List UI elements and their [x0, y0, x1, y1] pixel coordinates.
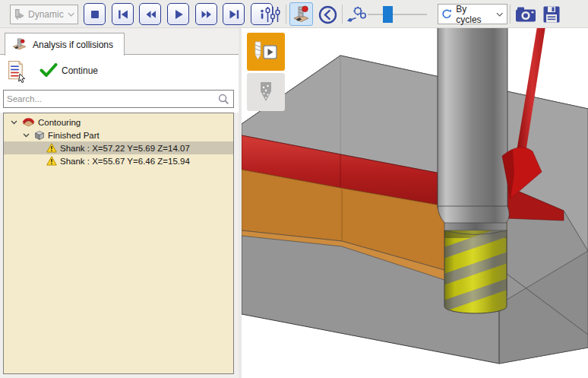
- skip-to-end-icon: [227, 8, 241, 21]
- search-icon[interactable]: [218, 94, 229, 105]
- collision-report-icon: [7, 60, 28, 83]
- chevron-expanded-icon[interactable]: [23, 133, 30, 138]
- tree-label: Finished Part: [48, 131, 100, 140]
- rewind-icon: [144, 8, 157, 21]
- cam-simulation-window: Dynamic: [0, 0, 588, 378]
- tree-row-collision-1[interactable]: Shank : X=57.22 Y=5.69 Z=14.07: [4, 141, 233, 154]
- fast-forward-icon: [200, 8, 213, 21]
- speed-slider[interactable]: [368, 6, 427, 23]
- tool-neck: [438, 206, 509, 224]
- speed-slider-track[interactable]: [368, 14, 427, 15]
- collision-coordinates: Shank : X=57.22 Y=5.69 Z=14.07: [60, 144, 190, 153]
- dynamic-mode-icon: [14, 8, 24, 21]
- cycle-icon: [441, 8, 452, 20]
- skip-to-start-icon: [116, 8, 130, 21]
- play-button[interactable]: [167, 3, 189, 25]
- collision-check-button[interactable]: [289, 2, 313, 26]
- stop-icon: [88, 8, 102, 21]
- toolbar-separator: [342, 5, 343, 24]
- gears-icon: [346, 5, 367, 24]
- simulation-3d-viewport[interactable]: [242, 28, 588, 378]
- previous-collision-button[interactable]: [317, 4, 338, 25]
- collision-coordinates: Shank : X=55.67 Y=6.46 Z=15.94: [60, 157, 190, 166]
- faders-icon: [264, 5, 281, 24]
- simulation-mode-value: Dynamic: [28, 9, 64, 20]
- collision-analysis-icon: [11, 38, 27, 51]
- machining-scene: [242, 28, 588, 378]
- camera-icon: [515, 5, 536, 24]
- tab-analysis-of-collisions[interactable]: Analysis if collisions: [5, 33, 125, 56]
- warning-icon: [46, 143, 57, 153]
- step-mode-value: By cycles: [456, 4, 492, 25]
- toolbar: Dynamic: [0, 0, 588, 28]
- tree-row-finished-part[interactable]: Finished Part: [4, 129, 233, 141]
- speed-slider-handle[interactable]: [383, 6, 393, 23]
- stop-button[interactable]: [84, 3, 106, 25]
- circled-back-icon: [318, 5, 338, 25]
- collision-check-icon: [292, 5, 310, 24]
- tree-row-contouring[interactable]: Contouring: [4, 116, 233, 129]
- material-removal-mode-button[interactable]: [247, 73, 285, 111]
- tree-label: Contouring: [38, 118, 81, 127]
- simulation-settings-button[interactable]: [264, 5, 282, 24]
- tool-with-chips-icon: [258, 81, 274, 103]
- rewind-button[interactable]: [139, 3, 161, 25]
- skip-to-end-button[interactable]: [223, 3, 245, 25]
- tool-with-play-icon: [254, 41, 278, 62]
- tool-shank: [438, 28, 507, 208]
- green-check-icon: [40, 63, 58, 78]
- skip-to-start-button[interactable]: [112, 3, 134, 25]
- continue-button[interactable]: Continue: [40, 63, 98, 78]
- tool-collar: [444, 223, 507, 230]
- save-icon: [542, 5, 561, 24]
- fast-forward-button[interactable]: [195, 3, 217, 25]
- step-mode-select[interactable]: By cycles: [438, 4, 507, 24]
- tree-row-collision-2[interactable]: Shank : X=55.67 Y=6.46 Z=15.94: [4, 154, 233, 167]
- play-icon: [172, 8, 185, 21]
- collision-analysis-panel: Analysis if collisions Continue: [0, 28, 239, 378]
- warning-icon: [46, 156, 57, 166]
- chevron-expanded-icon[interactable]: [11, 120, 17, 125]
- toolbar-separator: [286, 5, 286, 24]
- save-simulation-button[interactable]: [541, 4, 562, 25]
- solid-cube-icon: [34, 130, 45, 141]
- search-box: [3, 90, 234, 108]
- search-input[interactable]: [4, 94, 218, 103]
- collision-report-button[interactable]: [6, 60, 29, 83]
- collision-tree: Contouring Finished Part: [3, 113, 234, 374]
- continue-label: Continue: [62, 65, 98, 76]
- snapshot-button[interactable]: [514, 4, 537, 25]
- simulation-play-mode-button[interactable]: [247, 33, 285, 71]
- kinematics-button[interactable]: [346, 5, 367, 24]
- simulation-mode-select[interactable]: Dynamic: [10, 5, 78, 24]
- tab-label: Analysis if collisions: [33, 40, 113, 50]
- toolbar-separator: [510, 5, 511, 24]
- chevron-down-icon: [496, 12, 504, 17]
- chevron-down-icon: [68, 12, 74, 17]
- contour-machining-icon: [22, 117, 35, 127]
